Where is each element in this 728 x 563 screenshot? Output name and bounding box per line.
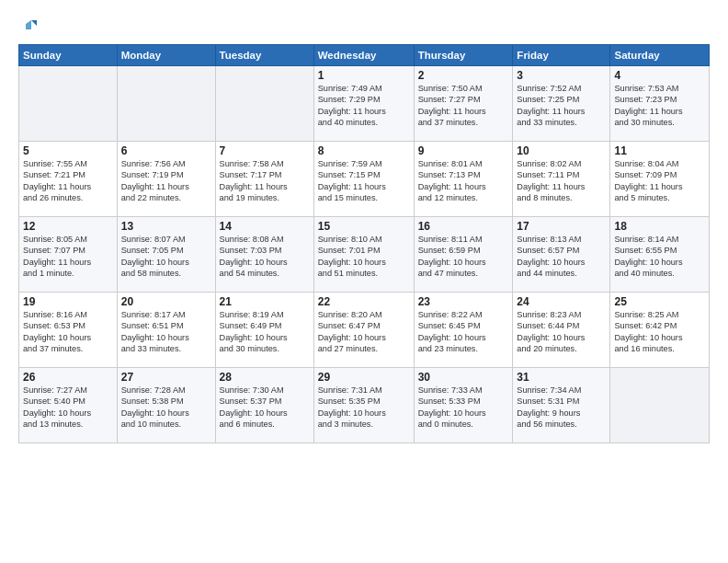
weekday-header: Monday	[117, 45, 215, 66]
day-number: 15	[318, 220, 410, 233]
svg-marker-0	[31, 20, 37, 26]
calendar-cell: 22Sunrise: 8:20 AM Sunset: 6:47 PM Dayli…	[313, 293, 414, 368]
calendar-cell: 18Sunrise: 8:14 AM Sunset: 6:55 PM Dayli…	[610, 217, 710, 293]
day-info: Sunrise: 8:13 AM Sunset: 6:57 PM Dayligh…	[517, 234, 606, 280]
day-number: 16	[418, 220, 509, 233]
day-info: Sunrise: 8:02 AM Sunset: 7:11 PM Dayligh…	[517, 158, 606, 204]
calendar-cell: 8Sunrise: 7:59 AM Sunset: 7:15 PM Daylig…	[313, 142, 414, 217]
day-info: Sunrise: 7:27 AM Sunset: 5:40 PM Dayligh…	[23, 385, 113, 431]
calendar-cell: 16Sunrise: 8:11 AM Sunset: 6:59 PM Dayli…	[414, 217, 513, 293]
day-number: 23	[418, 295, 509, 308]
day-info: Sunrise: 8:10 AM Sunset: 7:01 PM Dayligh…	[318, 234, 410, 280]
day-number: 13	[121, 220, 211, 233]
calendar-cell: 27Sunrise: 7:28 AM Sunset: 5:38 PM Dayli…	[117, 368, 215, 443]
calendar-cell: 4Sunrise: 7:53 AM Sunset: 7:23 PM Daylig…	[610, 66, 710, 142]
calendar-cell: 25Sunrise: 8:25 AM Sunset: 6:42 PM Dayli…	[610, 293, 710, 368]
calendar-week-row: 5Sunrise: 7:55 AM Sunset: 7:21 PM Daylig…	[19, 142, 710, 217]
weekday-header: Friday	[513, 45, 610, 66]
day-info: Sunrise: 8:05 AM Sunset: 7:07 PM Dayligh…	[23, 234, 113, 280]
day-info: Sunrise: 7:52 AM Sunset: 7:25 PM Dayligh…	[517, 83, 606, 129]
day-info: Sunrise: 7:30 AM Sunset: 5:37 PM Dayligh…	[220, 385, 310, 431]
day-info: Sunrise: 8:20 AM Sunset: 6:47 PM Dayligh…	[318, 309, 410, 355]
day-info: Sunrise: 7:49 AM Sunset: 7:29 PM Dayligh…	[318, 83, 410, 129]
calendar-cell: 23Sunrise: 8:22 AM Sunset: 6:45 PM Dayli…	[414, 293, 513, 368]
day-info: Sunrise: 7:53 AM Sunset: 7:23 PM Dayligh…	[614, 83, 705, 129]
calendar-cell	[215, 66, 313, 142]
day-info: Sunrise: 8:19 AM Sunset: 6:49 PM Dayligh…	[220, 309, 310, 355]
calendar-cell: 28Sunrise: 7:30 AM Sunset: 5:37 PM Dayli…	[215, 368, 313, 443]
day-number: 26	[23, 371, 113, 384]
weekday-header-row: SundayMondayTuesdayWednesdayThursdayFrid…	[19, 45, 710, 66]
day-info: Sunrise: 7:58 AM Sunset: 7:17 PM Dayligh…	[220, 158, 310, 204]
day-number: 31	[517, 371, 606, 384]
weekday-header: Tuesday	[215, 45, 313, 66]
day-number: 22	[318, 295, 410, 308]
day-number: 21	[220, 295, 310, 308]
day-info: Sunrise: 8:14 AM Sunset: 6:55 PM Dayligh…	[614, 234, 705, 280]
day-info: Sunrise: 8:04 AM Sunset: 7:09 PM Dayligh…	[614, 158, 705, 204]
day-info: Sunrise: 8:08 AM Sunset: 7:03 PM Dayligh…	[220, 234, 310, 280]
calendar-week-row: 26Sunrise: 7:27 AM Sunset: 5:40 PM Dayli…	[19, 368, 710, 443]
header	[18, 17, 710, 37]
calendar-week-row: 19Sunrise: 8:16 AM Sunset: 6:53 PM Dayli…	[19, 293, 710, 368]
calendar-cell: 10Sunrise: 8:02 AM Sunset: 7:11 PM Dayli…	[513, 142, 610, 217]
day-number: 25	[614, 295, 705, 308]
day-number: 6	[121, 144, 211, 157]
calendar: SundayMondayTuesdayWednesdayThursdayFrid…	[18, 44, 710, 443]
day-number: 8	[318, 144, 410, 157]
calendar-cell: 21Sunrise: 8:19 AM Sunset: 6:49 PM Dayli…	[215, 293, 313, 368]
day-info: Sunrise: 7:56 AM Sunset: 7:19 PM Dayligh…	[121, 158, 211, 204]
weekday-header: Sunday	[19, 45, 118, 66]
calendar-cell: 24Sunrise: 8:23 AM Sunset: 6:44 PM Dayli…	[513, 293, 610, 368]
weekday-header: Wednesday	[313, 45, 414, 66]
calendar-cell: 9Sunrise: 8:01 AM Sunset: 7:13 PM Daylig…	[414, 142, 513, 217]
day-number: 29	[318, 371, 410, 384]
page: SundayMondayTuesdayWednesdayThursdayFrid…	[0, 0, 728, 563]
calendar-week-row: 1Sunrise: 7:49 AM Sunset: 7:29 PM Daylig…	[19, 66, 710, 142]
calendar-cell: 13Sunrise: 8:07 AM Sunset: 7:05 PM Dayli…	[117, 217, 215, 293]
day-number: 4	[614, 69, 705, 82]
calendar-cell: 7Sunrise: 7:58 AM Sunset: 7:17 PM Daylig…	[215, 142, 313, 217]
calendar-cell: 11Sunrise: 8:04 AM Sunset: 7:09 PM Dayli…	[610, 142, 710, 217]
day-info: Sunrise: 7:28 AM Sunset: 5:38 PM Dayligh…	[121, 385, 211, 431]
day-number: 27	[121, 371, 211, 384]
day-number: 28	[220, 371, 310, 384]
calendar-cell: 17Sunrise: 8:13 AM Sunset: 6:57 PM Dayli…	[513, 217, 610, 293]
calendar-cell: 6Sunrise: 7:56 AM Sunset: 7:19 PM Daylig…	[117, 142, 215, 217]
day-info: Sunrise: 7:31 AM Sunset: 5:35 PM Dayligh…	[318, 385, 410, 431]
day-info: Sunrise: 7:55 AM Sunset: 7:21 PM Dayligh…	[23, 158, 113, 204]
calendar-cell	[117, 66, 215, 142]
day-info: Sunrise: 8:17 AM Sunset: 6:51 PM Dayligh…	[121, 309, 211, 355]
calendar-cell: 26Sunrise: 7:27 AM Sunset: 5:40 PM Dayli…	[19, 368, 118, 443]
calendar-cell	[19, 66, 118, 142]
calendar-cell: 1Sunrise: 7:49 AM Sunset: 7:29 PM Daylig…	[313, 66, 414, 142]
day-number: 9	[418, 144, 509, 157]
day-info: Sunrise: 7:34 AM Sunset: 5:31 PM Dayligh…	[517, 385, 606, 431]
logo	[18, 17, 42, 37]
calendar-cell: 3Sunrise: 7:52 AM Sunset: 7:25 PM Daylig…	[513, 66, 610, 142]
day-number: 5	[23, 144, 113, 157]
day-number: 19	[23, 295, 113, 308]
calendar-cell	[610, 368, 710, 443]
day-number: 11	[614, 144, 705, 157]
day-info: Sunrise: 7:33 AM Sunset: 5:33 PM Dayligh…	[418, 385, 509, 431]
calendar-cell: 29Sunrise: 7:31 AM Sunset: 5:35 PM Dayli…	[313, 368, 414, 443]
calendar-cell: 14Sunrise: 8:08 AM Sunset: 7:03 PM Dayli…	[215, 217, 313, 293]
day-info: Sunrise: 8:25 AM Sunset: 6:42 PM Dayligh…	[614, 309, 705, 355]
day-number: 3	[517, 69, 606, 82]
day-number: 30	[418, 371, 509, 384]
day-info: Sunrise: 8:11 AM Sunset: 6:59 PM Dayligh…	[418, 234, 509, 280]
day-info: Sunrise: 8:23 AM Sunset: 6:44 PM Dayligh…	[517, 309, 606, 355]
day-info: Sunrise: 8:07 AM Sunset: 7:05 PM Dayligh…	[121, 234, 211, 280]
weekday-header: Thursday	[414, 45, 513, 66]
day-info: Sunrise: 8:22 AM Sunset: 6:45 PM Dayligh…	[418, 309, 509, 355]
day-number: 18	[614, 220, 705, 233]
calendar-cell: 5Sunrise: 7:55 AM Sunset: 7:21 PM Daylig…	[19, 142, 118, 217]
logo-icon	[18, 17, 39, 37]
calendar-cell: 20Sunrise: 8:17 AM Sunset: 6:51 PM Dayli…	[117, 293, 215, 368]
calendar-cell: 12Sunrise: 8:05 AM Sunset: 7:07 PM Dayli…	[19, 217, 118, 293]
calendar-week-row: 12Sunrise: 8:05 AM Sunset: 7:07 PM Dayli…	[19, 217, 710, 293]
calendar-cell: 31Sunrise: 7:34 AM Sunset: 5:31 PM Dayli…	[513, 368, 610, 443]
day-info: Sunrise: 7:50 AM Sunset: 7:27 PM Dayligh…	[418, 83, 509, 129]
weekday-header: Saturday	[610, 45, 710, 66]
